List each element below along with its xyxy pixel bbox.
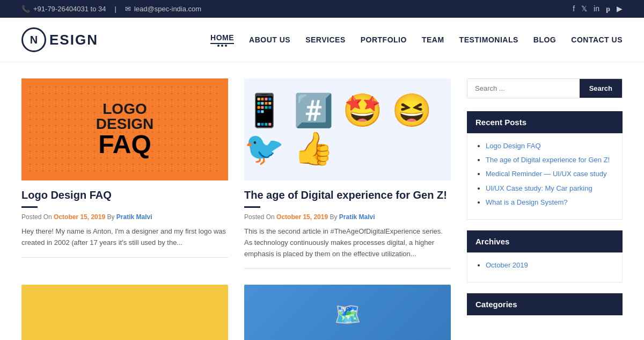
nav-contact[interactable]: CONTACT US bbox=[571, 35, 623, 44]
linkedin-icon[interactable]: in bbox=[594, 4, 599, 13]
main-nav: HOME ABOUT US SERVICES PORTFOLIO TEAM TE… bbox=[210, 33, 623, 47]
recent-posts-content: Logo Design FAQ The age of Digital exper… bbox=[467, 133, 623, 220]
home-dots bbox=[210, 45, 234, 47]
search-box[interactable]: Search bbox=[467, 78, 623, 98]
post-author-1[interactable]: Pratik Malvi bbox=[116, 213, 152, 221]
post-title-1[interactable]: Logo Design FAQ bbox=[21, 188, 228, 202]
post-meta-1: Posted On October 15, 2019 By Pratik Mal… bbox=[21, 213, 228, 221]
site-header: N ESIGN HOME ABOUT US SERVICES PORTFOLIO… bbox=[0, 18, 644, 62]
recent-posts-list: Logo Design FAQ The age of Digital exper… bbox=[476, 141, 613, 207]
nav-services[interactable]: SERVICES bbox=[305, 35, 346, 44]
top-bar-contact: 📞 +91-79-26404031 to 34 | ✉ lead@spec-in… bbox=[21, 5, 201, 13]
list-item: The age of Digital experience for Gen Z! bbox=[486, 155, 613, 165]
recent-post-link-3[interactable]: Medical Reminder — UI/UX case study bbox=[486, 170, 606, 178]
post-card-1: LOGODESIGN FAQ Logo Design FAQ Posted On… bbox=[21, 78, 228, 269]
search-input[interactable] bbox=[467, 79, 580, 98]
logo-design-label: LOGODESIGN bbox=[96, 102, 153, 132]
recent-post-link-5[interactable]: What is a Design System? bbox=[486, 198, 567, 206]
list-item: What is a Design System? bbox=[486, 198, 613, 207]
post-image-map[interactable]: 🗺️ bbox=[244, 285, 451, 340]
post-card-2: 📱 #️⃣ 🤩 😆 🐦 👍 The age of Digital experie… bbox=[244, 78, 451, 269]
archives-content: October 2019 bbox=[467, 252, 623, 283]
categories-header: Categories bbox=[467, 293, 623, 315]
nav-team[interactable]: TEAM bbox=[422, 35, 444, 44]
recent-posts-header: Recent Posts bbox=[467, 111, 623, 133]
divider: | bbox=[115, 5, 116, 13]
nav-portfolio[interactable]: PORTFOLIO bbox=[361, 35, 407, 44]
post-by-1: By bbox=[107, 213, 114, 221]
sidebar-categories: Categories bbox=[467, 293, 623, 315]
post-date-2[interactable]: October 15, 2019 bbox=[276, 213, 328, 221]
email-icon: ✉ bbox=[125, 5, 131, 13]
faq-label: FAQ bbox=[96, 132, 153, 157]
main-container: LOGODESIGN FAQ Logo Design FAQ Posted On… bbox=[0, 62, 644, 340]
email-address: lead@spec-india.com bbox=[134, 5, 201, 13]
post-meta-2: Posted On October 15, 2019 By Pratik Mal… bbox=[244, 213, 451, 221]
list-item: UI/UX Case study: My Car parking bbox=[486, 184, 613, 193]
phone-icon: 📞 bbox=[21, 5, 30, 13]
archives-list: October 2019 bbox=[476, 261, 613, 270]
recent-post-link-4[interactable]: UI/UX Case study: My Car parking bbox=[486, 184, 592, 192]
phone-info: 📞 +91-79-26404031 to 34 bbox=[21, 5, 106, 13]
posts-grid: LOGODESIGN FAQ Logo Design FAQ Posted On… bbox=[21, 78, 451, 340]
blog-area: LOGODESIGN FAQ Logo Design FAQ Posted On… bbox=[21, 78, 451, 340]
post-separator-1 bbox=[21, 257, 228, 258]
search-button[interactable]: Search bbox=[580, 79, 622, 98]
sidebar-archives: Archives October 2019 bbox=[467, 230, 623, 283]
sidebar: Search Recent Posts Logo Design FAQ The … bbox=[467, 78, 623, 340]
nav-home-link[interactable]: HOME bbox=[210, 33, 234, 44]
phone-number: +91-79-26404031 to 34 bbox=[33, 5, 106, 13]
recent-post-link-2[interactable]: The age of Digital experience for Gen Z! bbox=[486, 156, 610, 164]
post-divider-1 bbox=[21, 206, 38, 208]
nav-blog[interactable]: BLOG bbox=[533, 35, 556, 44]
logo-letter: N bbox=[30, 34, 38, 46]
sidebar-recent-posts: Recent Posts Logo Design FAQ The age of … bbox=[467, 111, 623, 220]
post-by-2: By bbox=[330, 213, 337, 221]
post-excerpt-1: Hey there! My name is Anton, I'm a desig… bbox=[21, 226, 228, 249]
site-logo[interactable]: N ESIGN bbox=[21, 27, 98, 52]
youtube-icon[interactable]: ▶ bbox=[617, 4, 623, 13]
recent-post-link-1[interactable]: Logo Design FAQ bbox=[486, 142, 541, 150]
logo-text: ESIGN bbox=[49, 32, 98, 48]
archives-header: Archives bbox=[467, 230, 623, 252]
list-item: October 2019 bbox=[486, 261, 613, 270]
post-image-logo-faq[interactable]: LOGODESIGN FAQ bbox=[21, 78, 228, 180]
post-separator-2 bbox=[244, 268, 451, 269]
pinterest-icon[interactable]: 𝐩 bbox=[606, 4, 610, 13]
twitter-icon[interactable]: 𝕏 bbox=[581, 4, 587, 13]
facebook-icon[interactable]: f bbox=[573, 4, 575, 13]
archive-link-1[interactable]: October 2019 bbox=[486, 261, 528, 269]
post-divider-2 bbox=[244, 206, 260, 208]
post-author-2[interactable]: Pratik Malvi bbox=[339, 213, 375, 221]
nav-about[interactable]: ABOUT US bbox=[249, 35, 290, 44]
list-item: Logo Design FAQ bbox=[486, 141, 613, 151]
post-image-yellow[interactable] bbox=[21, 285, 228, 340]
post-image-digital[interactable]: 📱 #️⃣ 🤩 😆 🐦 👍 bbox=[244, 78, 451, 180]
post-card-3 bbox=[21, 285, 228, 340]
nav-testimonials[interactable]: TESTIMONIALS bbox=[459, 35, 518, 44]
post-card-4: 🗺️ bbox=[244, 285, 451, 340]
top-bar: 📞 +91-79-26404031 to 34 | ✉ lead@spec-in… bbox=[0, 0, 644, 18]
list-item: Medical Reminder — UI/UX case study bbox=[486, 169, 613, 179]
post-title-2[interactable]: The age of Digital experience for Gen Z! bbox=[244, 188, 451, 202]
social-links[interactable]: f 𝕏 in 𝐩 ▶ bbox=[573, 4, 623, 13]
email-info: ✉ lead@spec-india.com bbox=[125, 5, 201, 13]
post-excerpt-2: This is the second article in #TheAgeOfD… bbox=[244, 226, 451, 259]
nav-home[interactable]: HOME bbox=[210, 33, 234, 47]
logo-circle: N bbox=[21, 27, 46, 52]
post-date-1[interactable]: October 15, 2019 bbox=[54, 213, 105, 221]
